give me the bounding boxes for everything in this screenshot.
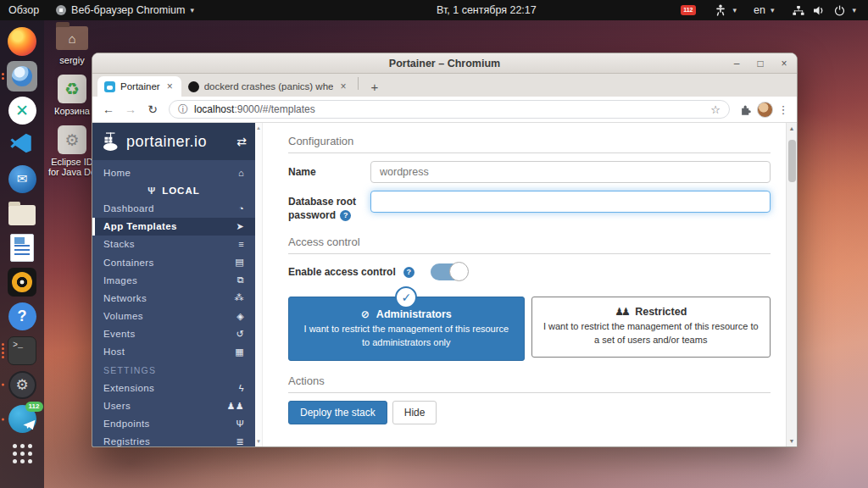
- restricted-card[interactable]: ♟♟ Restricted I want to restrict the man…: [531, 297, 771, 358]
- dock-music-player[interactable]: [0, 265, 44, 300]
- tab-close-icon[interactable]: ×: [338, 80, 348, 92]
- dock-mail[interactable]: ✉: [0, 162, 44, 197]
- sidebar-item-endpoints[interactable]: Endpoints Ψ: [92, 415, 255, 433]
- db-password-input[interactable]: [370, 191, 771, 213]
- portainer-logo-icon: [101, 131, 121, 152]
- tab-portainer[interactable]: Portainer ×: [97, 76, 181, 97]
- sidebar-item-label: Containers: [103, 258, 154, 268]
- dock-settings[interactable]: ⚙: [0, 368, 44, 402]
- sidebar-item-icon: ▤: [235, 257, 244, 268]
- sidebar-item-registries[interactable]: Registries ≣: [92, 433, 255, 447]
- scroll-down-icon[interactable]: ▼: [256, 439, 261, 444]
- desktop-icon-image: ⚙: [55, 125, 89, 154]
- reload-button[interactable]: ↻: [143, 103, 162, 116]
- extensions-icon[interactable]: [737, 103, 754, 116]
- dock-app-grid[interactable]: [0, 436, 44, 471]
- sidebar-scrollbar[interactable]: ▲ ▼: [255, 123, 263, 446]
- desktop-icon-trash[interactable]: ♻ Корзина: [47, 75, 97, 116]
- sidebar-item-stacks[interactable]: Stacks ≡: [92, 236, 255, 253]
- help-icon[interactable]: ?: [403, 267, 415, 278]
- clock[interactable]: Вт, 1 сентября 22:17: [428, 0, 545, 20]
- desktop-icon-image: ⌂: [55, 24, 89, 53]
- users-group-icon: ♟♟: [615, 306, 628, 318]
- page-scrollbar[interactable]: ▲ ▼: [786, 123, 797, 446]
- back-button[interactable]: ←: [99, 103, 118, 116]
- sidebar-item-containers[interactable]: Containers ▤: [92, 253, 255, 271]
- window-controls: – □ ×: [731, 58, 790, 69]
- tab-github[interactable]: dockerd crashes (panics) whe ×: [181, 76, 355, 97]
- toggle-knob: [449, 262, 469, 281]
- hide-button[interactable]: Hide: [392, 401, 437, 424]
- restricted-card-title: ♟♟ Restricted: [542, 306, 760, 318]
- dock-green-x-app[interactable]: ✕: [0, 93, 44, 128]
- recycle-icon: ♻: [58, 75, 86, 103]
- scroll-up-icon[interactable]: ▲: [789, 125, 795, 131]
- app-menu[interactable]: Веб-браузер Chromium ▾: [47, 0, 203, 20]
- new-tab-button[interactable]: +: [362, 80, 387, 97]
- tab-close-icon[interactable]: ×: [165, 80, 175, 92]
- sidebar-toggle-icon[interactable]: ⇄: [236, 135, 247, 148]
- sidebar-item-host[interactable]: Host ▦: [92, 343, 255, 361]
- name-input[interactable]: [370, 161, 771, 183]
- profile-avatar[interactable]: [757, 102, 773, 118]
- dock-terminal[interactable]: >_: [0, 334, 44, 369]
- sidebar-item-icon: ▦: [235, 347, 244, 358]
- forward-button[interactable]: →: [121, 103, 140, 116]
- notification-indicator[interactable]: 112: [672, 0, 704, 20]
- chevron-down-icon: ▾: [190, 6, 194, 14]
- desktop-icon-eclipse[interactable]: ⚙ Eclipse ID for Java De: [47, 125, 97, 177]
- desktop-icon-home-folder[interactable]: ⌂ sergiy: [47, 24, 97, 65]
- dock: ✕ ✉: [0, 20, 44, 488]
- bookmark-star-icon[interactable]: ☆: [710, 103, 721, 116]
- status-menu[interactable]: ▾: [782, 0, 865, 20]
- accessibility-menu[interactable]: ▾: [704, 0, 746, 20]
- sidebar-item-volumes[interactable]: Volumes ◈: [92, 308, 255, 325]
- deploy-stack-button[interactable]: Deploy the stack: [288, 401, 387, 424]
- site-info-icon[interactable]: ⓘ: [178, 103, 188, 117]
- close-button[interactable]: ×: [778, 58, 790, 69]
- house-icon: ⌂: [56, 26, 88, 50]
- dock-vscode[interactable]: [0, 128, 44, 163]
- maximize-button[interactable]: □: [754, 58, 766, 69]
- access-control-toggle[interactable]: [431, 263, 468, 280]
- minimize-button[interactable]: –: [731, 58, 743, 69]
- scroll-up-icon[interactable]: ▲: [256, 125, 261, 130]
- window-titlebar[interactable]: Portainer – Chromium – □ ×: [92, 53, 797, 74]
- administrators-card[interactable]: ✓ ⊘ Administrators I want to restrict th…: [288, 297, 525, 361]
- running-indicator: [2, 73, 4, 80]
- sidebar-section-local[interactable]: LOCAL Ψ: [92, 181, 255, 199]
- accessibility-icon: [713, 3, 728, 17]
- sidebar-item-dashboard[interactable]: Dashboard ◔: [92, 199, 255, 217]
- dock-files[interactable]: [0, 197, 44, 231]
- activities-button[interactable]: Обзор: [0, 0, 47, 20]
- sidebar-item-app-templates[interactable]: App Templates ➤: [92, 218, 255, 236]
- tab-favicon: [188, 81, 199, 92]
- keyboard-layout-menu[interactable]: en ▾: [745, 0, 782, 20]
- dock-firefox[interactable]: [0, 25, 44, 59]
- sidebar-section-settings[interactable]: SETTINGS: [92, 361, 255, 379]
- portainer-logo[interactable]: portainer.io ⇄: [92, 123, 255, 160]
- sidebar-item-icon: Ψ: [147, 186, 156, 196]
- dock-libreoffice-writer[interactable]: [0, 230, 44, 265]
- dock-help[interactable]: ?: [0, 299, 44, 334]
- sidebar-item-extensions[interactable]: Extensions ϟ: [92, 379, 255, 396]
- enable-access-control-label: Enable access control: [288, 266, 396, 278]
- chromium-icon: [56, 5, 66, 15]
- sidebar-item-users[interactable]: Users ♟♟: [92, 396, 255, 414]
- dock-chromium[interactable]: [0, 59, 44, 94]
- tab-title: Portainer: [120, 81, 160, 92]
- sidebar-item-images[interactable]: Images ⧉: [92, 271, 255, 289]
- browser-menu-icon[interactable]: ⋮: [776, 103, 790, 116]
- sidebar-item-home[interactable]: Home ⌂: [92, 164, 255, 181]
- dock-telegram[interactable]: 112: [0, 402, 44, 437]
- portainer-sidebar: portainer.io ⇄ Home ⌂ LOCAL Ψ Dashboard …: [92, 123, 255, 446]
- scroll-down-icon[interactable]: ▼: [789, 438, 795, 444]
- sidebar-item-events[interactable]: Events ↺: [92, 325, 255, 343]
- sidebar-item-icon: ≣: [236, 436, 244, 447]
- help-icon[interactable]: ?: [340, 210, 351, 221]
- sidebar-item-networks[interactable]: Networks ⁂: [92, 289, 255, 307]
- scrollbar-thumb[interactable]: [788, 140, 796, 182]
- sidebar-item-label: Events: [103, 329, 136, 339]
- chevron-down-icon: ▾: [733, 6, 737, 14]
- address-bar[interactable]: ⓘ localhost:9000/#/templates ☆: [169, 100, 730, 119]
